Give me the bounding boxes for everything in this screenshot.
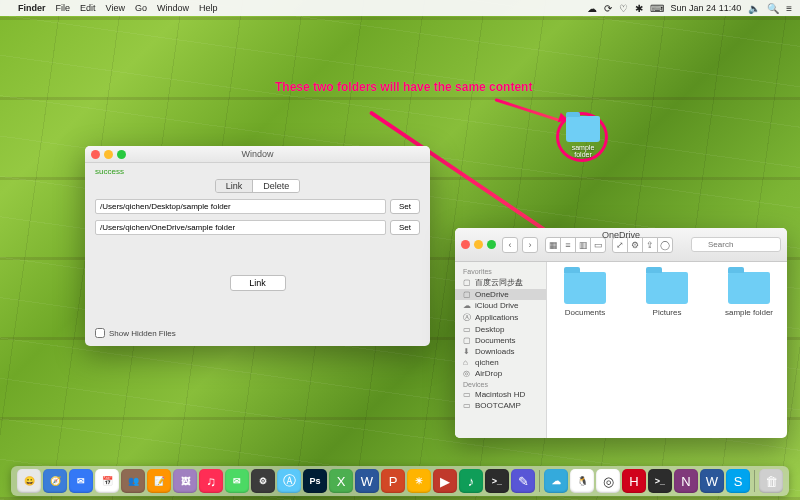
tab-delete[interactable]: Delete: [252, 180, 299, 192]
dock-skype-icon[interactable]: S: [726, 469, 750, 493]
dock-cloud-icon[interactable]: ☁︎: [544, 469, 568, 493]
app-name[interactable]: Finder: [18, 3, 46, 13]
menu-go[interactable]: Go: [135, 3, 147, 13]
finder-toolbar: ‹ › ▦ ≡ ▥ ▭ ⤢ ⚙︎ ⇪ ◯ OneDrive 🔍: [455, 228, 787, 262]
clock-text[interactable]: Sun Jan 24 11:40: [671, 3, 742, 13]
dock-notes-icon[interactable]: 📝: [147, 469, 171, 493]
notification-icon[interactable]: ≡: [786, 3, 792, 14]
sidebar-item-documents[interactable]: ▢Documents: [455, 335, 546, 346]
finder-content[interactable]: Documents Pictures sample folder: [547, 262, 787, 438]
view-list-button[interactable]: ≡: [560, 237, 576, 253]
sidebar-item-home[interactable]: ⌂qichen: [455, 357, 546, 368]
dock-safari-icon[interactable]: 🧭: [43, 469, 67, 493]
sidebar-item-desktop[interactable]: ▭Desktop: [455, 324, 546, 335]
forward-button[interactable]: ›: [522, 237, 538, 253]
disk-icon: ▭: [463, 401, 472, 410]
folder-documents[interactable]: Documents: [557, 272, 613, 317]
sidebar-item-onedrive[interactable]: ▢OneDrive: [455, 289, 546, 300]
dock-appstore-icon[interactable]: Ⓐ: [277, 469, 301, 493]
dock-calendar-icon[interactable]: 📅: [95, 469, 119, 493]
dock-photos-icon[interactable]: 🖼: [173, 469, 197, 493]
sidebar-item-downloads[interactable]: ⬇︎Downloads: [455, 346, 546, 357]
dock-messages-icon[interactable]: ✉︎: [225, 469, 249, 493]
set-target-button[interactable]: Set: [390, 220, 420, 235]
cloud-icon: ☁︎: [463, 301, 472, 310]
folder-label: sample folder: [721, 308, 777, 317]
folder-pictures[interactable]: Pictures: [639, 272, 695, 317]
dock-app-icon[interactable]: ◎: [596, 469, 620, 493]
sidebar-item-macintosh-hd[interactable]: ▭Macintosh HD: [455, 389, 546, 400]
folder-label: Documents: [557, 308, 613, 317]
dock-word2-icon[interactable]: W: [700, 469, 724, 493]
dock-qq-icon[interactable]: 🐧: [570, 469, 594, 493]
action-button[interactable]: ⚙︎: [627, 237, 643, 253]
set-source-button[interactable]: Set: [390, 199, 420, 214]
dock-itunes-icon[interactable]: ♫: [199, 469, 223, 493]
menu-view[interactable]: View: [106, 3, 125, 13]
view-icon-button[interactable]: ▦: [545, 237, 561, 253]
show-hidden-checkbox[interactable]: [95, 328, 105, 338]
dock-textedit-icon[interactable]: ✎: [511, 469, 535, 493]
dock-excel-icon[interactable]: X: [329, 469, 353, 493]
close-icon[interactable]: [461, 240, 470, 249]
sidebar-item-bootcamp[interactable]: ▭BOOTCAMP: [455, 400, 546, 411]
airdrop-icon: ◎: [463, 369, 472, 378]
dock-finder-icon[interactable]: 😀: [17, 469, 41, 493]
menu-help[interactable]: Help: [199, 3, 218, 13]
sidebar-item-baidu[interactable]: ▢百度云同步盘: [455, 276, 546, 289]
dock-settings-icon[interactable]: ⚙︎: [251, 469, 275, 493]
folder-icon: [646, 272, 688, 304]
menu-window[interactable]: Window: [157, 3, 189, 13]
sidebar-item-icloud[interactable]: ☁︎iCloud Drive: [455, 300, 546, 311]
link-button[interactable]: Link: [230, 275, 286, 291]
minimize-icon[interactable]: [474, 240, 483, 249]
back-button[interactable]: ‹: [502, 237, 518, 253]
downloads-icon: ⬇︎: [463, 347, 472, 356]
dock-mail-icon[interactable]: ✉︎: [69, 469, 93, 493]
menu-edit[interactable]: Edit: [80, 3, 96, 13]
sidebar-item-airdrop[interactable]: ◎AirDrop: [455, 368, 546, 379]
heart-icon[interactable]: ♡: [619, 3, 628, 14]
source-path-input[interactable]: [95, 199, 386, 214]
folder-sample[interactable]: sample folder: [721, 272, 777, 317]
sync-icon[interactable]: ⟳: [604, 3, 612, 14]
spotlight-icon[interactable]: 🔍: [767, 3, 779, 14]
dock-powerpoint-icon[interactable]: P: [381, 469, 405, 493]
sidebar-item-applications[interactable]: ⒶApplications: [455, 311, 546, 324]
dock-photoshop-icon[interactable]: Ps: [303, 469, 327, 493]
view-column-button[interactable]: ▥: [575, 237, 591, 253]
dock-terminal-icon[interactable]: >_: [485, 469, 509, 493]
dock-media-icon[interactable]: ▶: [433, 469, 457, 493]
dock-word-icon[interactable]: W: [355, 469, 379, 493]
folder-icon: [564, 272, 606, 304]
dock-trash-icon[interactable]: 🗑: [759, 469, 783, 493]
annotation-text: These two folders will have the same con…: [275, 80, 532, 94]
link-window-titlebar[interactable]: Window: [85, 146, 430, 163]
cloud-icon[interactable]: ☁︎: [587, 3, 597, 14]
dock-spotify-icon[interactable]: ♪: [459, 469, 483, 493]
tags-button[interactable]: ◯: [657, 237, 673, 253]
dock-contacts-icon[interactable]: 👥: [121, 469, 145, 493]
arrange-button[interactable]: ⤢: [612, 237, 628, 253]
tab-link[interactable]: Link: [216, 180, 253, 192]
bluetooth-icon[interactable]: ✱: [635, 3, 643, 14]
dock-weather-icon[interactable]: ☀︎: [407, 469, 431, 493]
target-path-input[interactable]: [95, 220, 386, 235]
folder-icon: ▢: [463, 290, 472, 299]
show-hidden-checkbox-label[interactable]: Show Hidden Files: [95, 328, 420, 338]
dock-app-h-icon[interactable]: H: [622, 469, 646, 493]
zoom-icon[interactable]: [487, 240, 496, 249]
sidebar-header-devices: Devices: [455, 379, 546, 389]
share-button[interactable]: ⇪: [642, 237, 658, 253]
dock-iterm-icon[interactable]: >_: [648, 469, 672, 493]
volume-icon[interactable]: 🔈: [748, 3, 760, 14]
apps-icon: Ⓐ: [463, 312, 472, 323]
dock-onenote-icon[interactable]: N: [674, 469, 698, 493]
view-gallery-button[interactable]: ▭: [590, 237, 606, 253]
folder-icon: [728, 272, 770, 304]
keyboard-icon[interactable]: ⌨︎: [650, 3, 664, 14]
search-input[interactable]: [691, 237, 781, 252]
desktop-folder-sample[interactable]: sample folder: [563, 116, 603, 158]
menubar: Finder File Edit View Go Window Help ☁︎ …: [0, 0, 800, 16]
menu-file[interactable]: File: [56, 3, 71, 13]
